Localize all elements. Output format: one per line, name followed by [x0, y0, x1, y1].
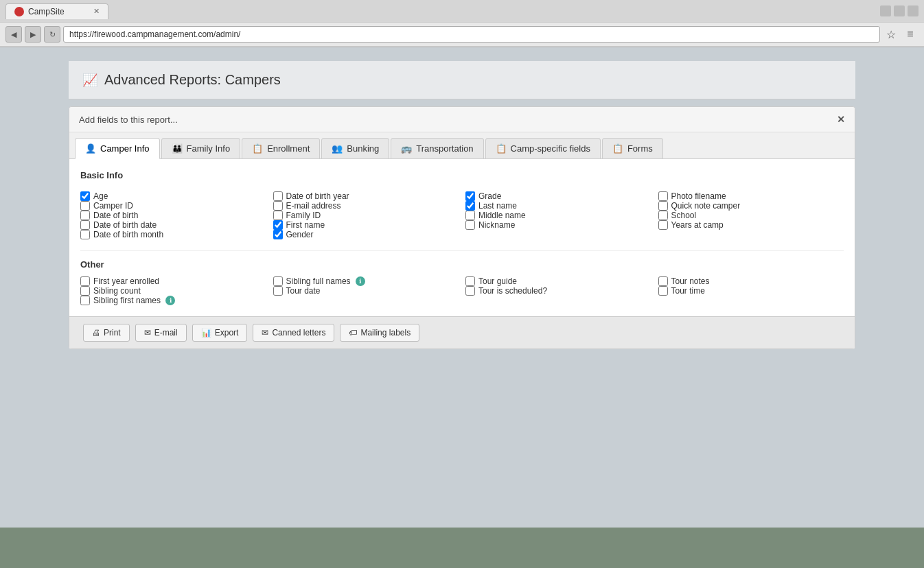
export-label: Export [215, 328, 239, 338]
field-tour-time: Tour time [658, 286, 844, 296]
checkbox-nickname[interactable] [465, 220, 475, 230]
field-tour-date: Tour date [273, 286, 459, 296]
label-age: Age [93, 191, 108, 201]
checkbox-photo-filename[interactable] [658, 191, 668, 201]
camper-info-icon: 👤 [85, 143, 96, 154]
label-middle-name: Middle name [478, 211, 526, 220]
label-grade: Grade [478, 191, 501, 201]
label-first-name: First name [286, 220, 325, 230]
checkbox-gender[interactable] [273, 230, 283, 239]
label-last-name: Last name [478, 201, 517, 211]
checkbox-tour-guide[interactable] [465, 276, 475, 286]
tab-camp-specific[interactable]: 📋 Camp-specific fields [485, 138, 601, 158]
checkbox-dob-year[interactable] [273, 191, 283, 201]
field-sibling-count: Sibling count [80, 286, 266, 296]
checkbox-first-year-enrolled[interactable] [80, 276, 90, 286]
browser-tab[interactable]: CampSite ✕ [5, 3, 108, 19]
other-col3: Tour guide Tour is scheduled? [465, 276, 651, 305]
back-button[interactable]: ◀ [5, 26, 22, 43]
browser-chrome: CampSite ✕ ◀ ▶ ↻ ☆ ≡ [0, 0, 924, 47]
reload-button[interactable]: ↻ [44, 26, 60, 43]
tab-forms[interactable]: 📋 Forms [602, 138, 663, 158]
tab-camper-info[interactable]: 👤 Camper Info [75, 138, 160, 159]
tab-forms-label: Forms [627, 143, 653, 154]
print-label: Print [104, 328, 121, 338]
other-grid: First year enrolled Sibling count Siblin… [80, 276, 844, 305]
export-button[interactable]: 📊 Export [192, 324, 248, 342]
checkbox-email[interactable] [273, 201, 283, 211]
tab-bunking[interactable]: 👥 Bunking [321, 138, 389, 158]
other-col1: First year enrolled Sibling count Siblin… [80, 276, 266, 305]
checkbox-sibling-first-names[interactable] [80, 296, 90, 305]
label-gender: Gender [286, 230, 314, 239]
campsite-favicon [14, 7, 24, 16]
email-icon: ✉ [144, 328, 151, 338]
label-email: E-mail address [286, 201, 341, 211]
checkbox-date-of-birth-date[interactable] [80, 220, 90, 230]
field-quick-note: Quick note camper [658, 201, 844, 211]
label-tour-is-scheduled: Tour is scheduled? [478, 286, 547, 296]
checkbox-quick-note[interactable] [658, 201, 668, 211]
canned-letters-button[interactable]: ✉ Canned letters [253, 324, 334, 342]
field-middle-name: Middle name [465, 211, 651, 220]
tab-enrollment[interactable]: 📋 Enrollment [242, 138, 320, 158]
checkbox-school[interactable] [658, 211, 668, 220]
checkbox-years-at-camp[interactable] [658, 220, 668, 230]
email-label: E-mail [154, 328, 178, 338]
dialog-close-button[interactable]: ✕ [837, 114, 845, 125]
checkbox-first-name[interactable] [273, 220, 283, 230]
mailing-labels-button[interactable]: 🏷 Mailing labels [340, 324, 419, 342]
checkbox-date-of-birth-month[interactable] [80, 230, 90, 239]
checkbox-sibling-full-names[interactable] [273, 276, 283, 286]
checkbox-date-of-birth[interactable] [80, 211, 90, 220]
col3: Grade Last name Middle name Nickname [465, 191, 651, 239]
sibling-full-names-info-icon[interactable]: ℹ [356, 276, 365, 286]
basic-info-header: Basic Info [80, 170, 844, 183]
tab-close-button[interactable]: ✕ [93, 7, 100, 16]
tab-enrollment-label: Enrollment [267, 143, 310, 154]
tab-family-info[interactable]: 👪 Family Info [161, 138, 241, 158]
checkbox-tour-date[interactable] [273, 286, 283, 296]
field-photo-filename: Photo filename [658, 191, 844, 201]
label-photo-filename: Photo filename [671, 191, 726, 201]
checkbox-grade[interactable] [465, 191, 475, 201]
label-camper-id: Camper ID [93, 201, 133, 211]
add-fields-dialog: Add fields to this report... ✕ 👤 Camper … [69, 106, 855, 349]
email-button[interactable]: ✉ E-mail [135, 324, 187, 342]
checkbox-camper-id[interactable] [80, 201, 90, 211]
window-minimize[interactable] [880, 5, 891, 16]
checkbox-tour-is-scheduled[interactable] [465, 286, 475, 296]
forward-button[interactable]: ▶ [25, 26, 41, 43]
field-grade: Grade [465, 191, 651, 201]
window-maximize[interactable] [894, 5, 905, 16]
other-col2: Sibling full names ℹ Tour date [273, 276, 459, 305]
checkbox-sibling-count[interactable] [80, 286, 90, 296]
menu-button[interactable]: ≡ [902, 26, 919, 43]
tab-bunking-label: Bunking [347, 143, 379, 154]
tab-camper-info-label: Camper Info [100, 143, 150, 154]
label-family-id: Family ID [286, 211, 321, 220]
print-button[interactable]: 🖨 Print [83, 324, 130, 342]
field-date-of-birth: Date of birth [80, 211, 266, 220]
window-close[interactable] [908, 5, 919, 16]
checkbox-tour-time[interactable] [658, 286, 668, 296]
field-first-year-enrolled: First year enrolled [80, 276, 266, 286]
address-bar[interactable] [63, 26, 880, 43]
checkbox-tour-notes[interactable] [658, 276, 668, 286]
tab-transportation[interactable]: 🚌 Transportation [391, 138, 483, 158]
tabs-container: 👤 Camper Info 👪 Family Info 📋 Enrollment… [69, 132, 855, 159]
enrollment-icon: 📋 [252, 143, 263, 154]
sibling-first-names-info-icon[interactable]: ℹ [165, 296, 175, 305]
checkbox-family-id[interactable] [273, 211, 283, 220]
checkbox-last-name[interactable] [465, 201, 475, 211]
other-section-header: Other [80, 259, 844, 270]
browser-titlebar: CampSite ✕ [0, 0, 924, 22]
label-sibling-full-names: Sibling full names [286, 276, 351, 286]
field-sibling-first-names: Sibling first names ℹ [80, 296, 266, 305]
family-info-icon: 👪 [172, 143, 183, 154]
field-tour-notes: Tour notes [658, 276, 844, 286]
checkbox-middle-name[interactable] [465, 211, 475, 220]
bookmark-button[interactable]: ☆ [883, 26, 899, 43]
field-school: School [658, 211, 844, 220]
checkbox-age[interactable] [80, 191, 90, 201]
